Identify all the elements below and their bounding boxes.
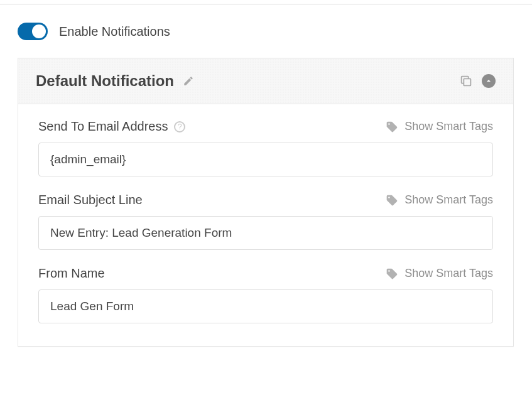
tag-icon [386,194,398,207]
subject-field-group: Email Subject Line Show Smart Tags [38,193,493,250]
collapse-icon[interactable] [482,74,496,88]
edit-title-icon[interactable] [183,75,194,87]
from-name-smart-tags-button[interactable]: Show Smart Tags [386,267,493,280]
enable-notifications-toggle[interactable] [18,23,48,40]
from-name-field-group: From Name Show Smart Tags [38,266,493,323]
smart-tags-label: Show Smart Tags [404,267,493,280]
subject-label: Email Subject Line [38,193,143,207]
tag-icon [386,268,398,280]
notification-panel: Default Notification Send To Email Addre… [18,58,514,347]
notification-panel-header: Default Notification [18,58,513,104]
toggle-knob [32,24,46,38]
tag-icon [386,121,398,133]
duplicate-icon[interactable] [459,74,473,88]
subject-smart-tags-button[interactable]: Show Smart Tags [386,193,493,207]
from-name-label: From Name [38,266,105,281]
from-name-label-row: From Name Show Smart Tags [38,266,493,281]
from-name-input[interactable] [38,289,493,323]
send-to-label: Send To Email Address [38,119,168,134]
enable-notifications-label: Enable Notifications [59,24,170,39]
send-to-smart-tags-button[interactable]: Show Smart Tags [386,120,493,133]
send-to-field-group: Send To Email Address ? Show Smart Tags [38,119,493,176]
subject-label-row: Email Subject Line Show Smart Tags [38,193,493,207]
svg-rect-0 [464,78,470,85]
send-to-label-row: Send To Email Address ? Show Smart Tags [38,119,493,134]
smart-tags-label: Show Smart Tags [404,193,493,207]
enable-notifications-row: Enable Notifications [0,5,532,58]
subject-input[interactable] [38,216,493,250]
smart-tags-label: Show Smart Tags [404,120,493,133]
help-icon[interactable]: ? [174,121,185,132]
notification-panel-body: Send To Email Address ? Show Smart Tags … [18,104,513,346]
send-to-input[interactable] [38,143,493,176]
panel-title: Default Notification [36,72,174,90]
